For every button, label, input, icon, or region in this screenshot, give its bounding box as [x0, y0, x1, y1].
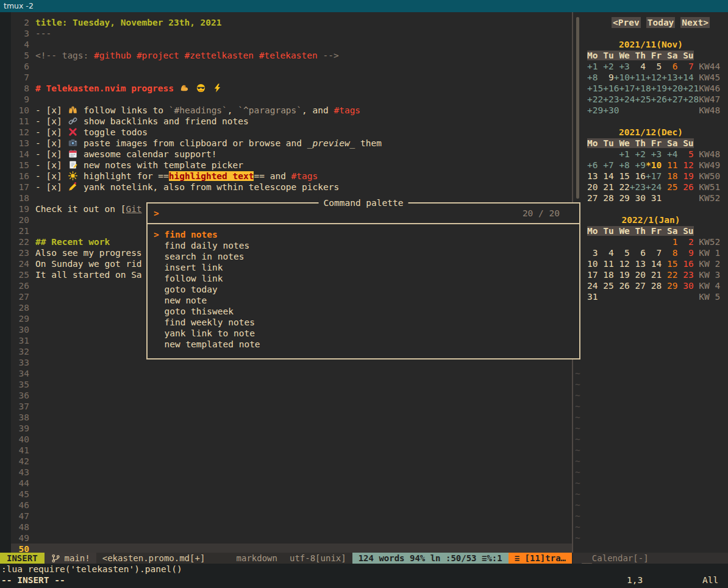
editor-line-12[interactable]: 12- [x] toggle todos — [11, 127, 572, 138]
palette-item[interactable]: goto thisweek — [154, 306, 573, 317]
editor-line-35[interactable]: 35 — [11, 379, 572, 390]
editor-line-15[interactable]: 15- [x] new notes with template picker — [11, 160, 572, 171]
editor-line-41[interactable]: 41 — [11, 445, 572, 456]
day-with-note[interactable]: +29+30 — [587, 105, 619, 115]
day-cell[interactable]: 24 25 26 27 28 — [587, 281, 667, 291]
sunday-cell[interactable]: 12 — [677, 160, 693, 170]
palette-item[interactable]: yank link to note — [154, 328, 573, 339]
palette-item[interactable]: new note — [154, 295, 573, 306]
editor-line-3[interactable]: 3--- — [11, 28, 572, 39]
editor-line-44[interactable]: 44 — [11, 478, 572, 489]
day-cell[interactable]: 4 5 — [635, 62, 667, 71]
day-cell[interactable]: 27 28 29 30 31 — [587, 193, 662, 203]
calendar-next-button[interactable]: Next> — [680, 17, 710, 28]
editor-line-6[interactable]: 6 — [11, 61, 572, 72]
calendar-week-row[interactable]: 24 25 26 27 28 29 30KW 4 — [574, 280, 728, 291]
saturday-cell[interactable]: 15 — [667, 259, 683, 269]
editor-line-11[interactable]: 11- [x] show backlinks and friend notes — [11, 116, 572, 127]
editor-line-9[interactable]: 9 — [11, 94, 572, 105]
calendar-week-row[interactable]: 31KW 5 — [574, 291, 728, 302]
day-with-note[interactable]: +15+16+17+18+19+20+21 — [587, 83, 699, 93]
palette-item[interactable]: search in notes — [154, 251, 573, 262]
editor-line-46[interactable]: 46 — [11, 500, 572, 511]
palette-item[interactable]: insert link — [154, 262, 573, 273]
calendar-week-row[interactable]: +1 +2 +3 +4 5KW48 — [574, 149, 728, 160]
editor-line-16[interactable]: 16- [x] highlight for ==highlighted text… — [11, 171, 572, 182]
calendar-week-row[interactable]: 27 28 29 30 31KW52 — [574, 193, 728, 204]
saturday-cell[interactable]: 25 — [662, 182, 677, 192]
palette-item[interactable]: new templated note — [154, 339, 573, 350]
palette-item[interactable]: goto today — [154, 284, 573, 295]
calendar-week-row[interactable]: +15+16+17+18+19+20+21KW46 — [574, 83, 728, 94]
editor-line-42[interactable]: 42 — [11, 456, 572, 467]
calendar-week-row[interactable]: 17 18 19 20 21 22 23KW 3 — [574, 269, 728, 280]
sunday-cell[interactable]: 19 — [677, 171, 693, 181]
calendar-today-button[interactable]: Today — [646, 17, 676, 28]
day-cell[interactable]: 10 11 12 13 14 — [587, 259, 667, 269]
day-cell[interactable]: 20 21 22 — [587, 182, 630, 192]
editor-line-2[interactable]: 2title: Tuesday, November 23th, 2021 — [11, 17, 572, 28]
day-with-note[interactable]: +22+23+24+25+26+27+28 — [587, 94, 699, 104]
command-line[interactable]: :lua require('telekasten').panel() — [1, 564, 182, 575]
sunday-cell[interactable]: 26 — [677, 182, 693, 192]
saturday-cell[interactable]: 11 — [662, 160, 677, 170]
day-cell[interactable]: 3 4 5 6 7 — [587, 248, 667, 258]
editor-line-47[interactable]: 47 — [11, 511, 572, 522]
calendar-week-row[interactable]: 13 14 15 16+17 18 19KW50 — [574, 171, 728, 182]
editor-line-49[interactable]: 49 — [11, 533, 572, 544]
editor-line-34[interactable]: 34 — [11, 368, 572, 379]
editor-line-10[interactable]: 10- [x] follow links to `#headings`, `^p… — [11, 105, 572, 116]
calendar-week-row[interactable]: +8 9+10+11+12+13+14KW45 — [574, 72, 728, 83]
palette-item[interactable]: > find notes — [154, 229, 573, 240]
editor-line-45[interactable]: 45 — [11, 489, 572, 500]
day-cell[interactable] — [587, 149, 619, 159]
sunday-cell[interactable]: 9 — [683, 248, 693, 258]
editor-line-13[interactable]: 13- [x] paste images from clipboard or b… — [11, 138, 572, 149]
day-cell[interactable]: 13 14 15 16 — [587, 171, 646, 181]
editor-line-17[interactable]: 17- [x] yank notelink, also from wthin t… — [11, 182, 572, 193]
editor-line-37[interactable]: 37 — [11, 401, 572, 412]
sunday-cell[interactable]: 30 — [683, 281, 693, 291]
calendar-week-row[interactable]: +22+23+24+25+26+27+28KW47 — [574, 94, 728, 105]
day-with-note[interactable]: +8 — [587, 73, 603, 82]
calendar-prev-button[interactable]: <Prev — [612, 17, 641, 28]
calendar-window[interactable]: <Prev Today Next> 2021/11(Nov)Mo Tu We T… — [574, 17, 728, 302]
saturday-cell[interactable]: 8 — [667, 248, 683, 258]
editor-line-38[interactable]: 38 — [11, 412, 572, 423]
day-with-note[interactable]: +6 +7 +8 +9 — [587, 160, 646, 170]
palette-item[interactable]: follow link — [154, 273, 573, 284]
day-with-note[interactable]: +1 +2 +3 +4 — [619, 149, 683, 159]
palette-item[interactable]: find weekly notes — [154, 317, 573, 328]
sunday-cell[interactable]: 16 — [683, 259, 693, 269]
calendar-week-row[interactable]: 10 11 12 13 14 15 16KW 2 — [574, 258, 728, 269]
saturday-cell[interactable]: 6 — [667, 62, 683, 71]
day-cell[interactable]: 17 18 19 20 21 — [587, 270, 667, 280]
saturday-cell[interactable]: 1 — [667, 237, 683, 247]
day-cell[interactable]: 31 — [587, 292, 598, 302]
editor-line-14[interactable]: 14- [x] awesome calendar support! — [11, 149, 572, 160]
editor-line-48[interactable]: 48 — [11, 522, 572, 533]
editor-line-36[interactable]: 36 — [11, 390, 572, 401]
palette-item[interactable]: find daily notes — [154, 240, 573, 251]
calendar-week-row[interactable]: 3 4 5 6 7 8 9KW 1 — [574, 247, 728, 258]
editor-line-4[interactable]: 4 — [11, 39, 572, 50]
sunday-cell[interactable]: 5 — [683, 149, 693, 159]
sunday-cell[interactable]: 7 — [683, 62, 693, 71]
saturday-cell[interactable]: 22 — [667, 270, 683, 280]
day-with-note[interactable]: +10+11+12+13+14 — [614, 73, 694, 82]
editor-line-7[interactable]: 7 — [11, 72, 572, 83]
calendar-week-row[interactable]: +29+30KW48 — [574, 105, 728, 116]
editor-line-5[interactable]: 5<!-- tags: #github #project #zettelkast… — [11, 50, 572, 61]
editor-line-39[interactable]: 39 — [11, 423, 572, 434]
calendar-week-row[interactable]: 1 2KW52 — [574, 236, 728, 247]
calendar-week-row[interactable]: +6 +7 +8 +9*10 11 12KW49 — [574, 160, 728, 171]
day-with-note[interactable]: +17 — [646, 171, 662, 181]
saturday-cell[interactable]: 29 — [667, 281, 683, 291]
today-marker[interactable]: *10 — [646, 160, 662, 170]
day-cell[interactable]: 9 — [603, 73, 613, 82]
editor-line-43[interactable]: 43 — [11, 467, 572, 478]
calendar-week-row[interactable]: 20 21 22+23+24 25 26KW51 — [574, 182, 728, 193]
day-with-note[interactable]: +1 +2 +3 — [587, 62, 635, 71]
editor-line-8[interactable]: 8# Telekasten.nvim progress — [11, 83, 572, 94]
sunday-cell[interactable]: 23 — [683, 270, 693, 280]
